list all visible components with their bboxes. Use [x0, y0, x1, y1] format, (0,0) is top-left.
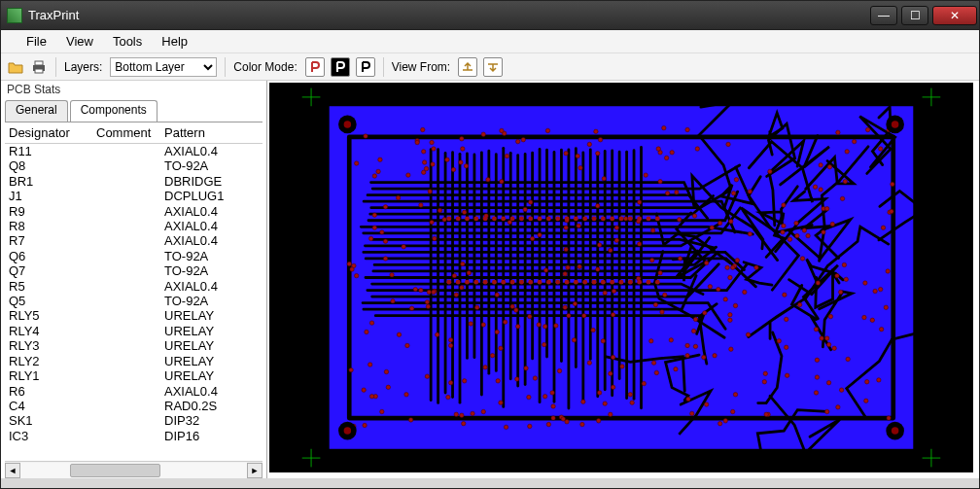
- svg-point-46: [762, 380, 766, 384]
- close-button[interactable]: ✕: [932, 6, 977, 25]
- table-body[interactable]: R11AXIAL0.4Q8TO-92ABR1DBRIDGEJ1DCPLUG1R9…: [5, 144, 262, 461]
- svg-point-132: [432, 147, 436, 151]
- col-comment[interactable]: Comment: [96, 125, 164, 140]
- svg-point-200: [546, 422, 550, 426]
- svg-point-134: [551, 416, 555, 420]
- svg-point-361: [574, 216, 578, 221]
- svg-point-221: [852, 139, 856, 143]
- svg-point-266: [690, 411, 694, 415]
- svg-point-331: [824, 206, 828, 210]
- svg-point-66: [726, 142, 730, 146]
- table-row[interactable]: R5AXIAL0.4: [5, 279, 262, 294]
- col-designator[interactable]: Designator: [9, 125, 96, 140]
- svg-point-216: [426, 304, 430, 308]
- svg-point-72: [735, 259, 739, 262]
- minimize-button[interactable]: —: [870, 6, 897, 25]
- svg-point-329: [728, 275, 732, 279]
- viewfrom-label: View From:: [392, 60, 450, 74]
- menu-tools[interactable]: Tools: [103, 32, 152, 51]
- svg-point-296: [406, 173, 410, 177]
- table-row[interactable]: R6AXIAL0.4: [5, 384, 262, 399]
- svg-point-135: [783, 293, 787, 297]
- svg-point-147: [380, 409, 384, 413]
- svg-point-75: [528, 314, 532, 318]
- menu-help[interactable]: Help: [152, 32, 197, 51]
- table-row[interactable]: RLY3URELAY: [5, 338, 262, 353]
- pcb-canvas[interactable]: [269, 83, 973, 472]
- svg-point-339: [473, 216, 478, 221]
- table-row[interactable]: C4RAD0.2S: [5, 399, 262, 413]
- layers-select[interactable]: Bottom Layer: [110, 57, 217, 77]
- table-row[interactable]: IC3DIP16: [5, 429, 262, 443]
- svg-point-180: [347, 262, 351, 265]
- svg-point-328: [408, 418, 412, 422]
- colormode-color-icon[interactable]: [305, 57, 325, 77]
- table-row[interactable]: R7AXIAL0.4: [5, 233, 262, 248]
- svg-point-206: [368, 236, 372, 240]
- scroll-track[interactable]: [20, 463, 247, 478]
- menu-file[interactable]: File: [17, 32, 56, 51]
- svg-point-105: [677, 218, 681, 222]
- viewfrom-top-icon[interactable]: [458, 57, 477, 77]
- svg-point-251: [397, 332, 401, 336]
- svg-point-160: [881, 226, 885, 229]
- svg-point-184: [564, 247, 568, 251]
- viewfrom-bottom-icon[interactable]: [483, 57, 503, 77]
- table-row[interactable]: RLY5URELAY: [5, 308, 262, 323]
- tab-general[interactable]: General: [5, 100, 68, 122]
- svg-point-123: [580, 422, 584, 426]
- svg-point-81: [691, 329, 695, 332]
- col-pattern[interactable]: Pattern: [164, 125, 259, 140]
- table-row[interactable]: Q5TO-92A: [5, 294, 262, 308]
- svg-point-354: [538, 280, 542, 285]
- svg-point-114: [433, 236, 437, 240]
- toolbar-separator: [225, 57, 226, 77]
- svg-point-156: [542, 342, 545, 346]
- table-row[interactable]: BR1DBRIDGE: [5, 174, 262, 189]
- table-row[interactable]: RLY2URELAY: [5, 354, 262, 368]
- svg-point-56: [890, 209, 893, 213]
- svg-point-62: [384, 369, 388, 373]
- titlebar[interactable]: TraxPrint — ☐ ✕: [1, 1, 979, 30]
- svg-point-388: [892, 427, 898, 434]
- svg-point-303: [421, 127, 425, 131]
- table-row[interactable]: R9AXIAL0.4: [5, 204, 262, 219]
- scroll-right-arrow[interactable]: ►: [247, 463, 262, 478]
- table-row[interactable]: Q8TO-92A: [5, 158, 262, 173]
- open-icon[interactable]: [7, 58, 24, 76]
- svg-point-304: [844, 277, 848, 281]
- svg-point-276: [390, 272, 394, 276]
- menu-view[interactable]: View: [56, 32, 103, 51]
- svg-point-261: [743, 290, 747, 294]
- table-row[interactable]: SK1DIP32: [5, 413, 262, 428]
- svg-point-33: [419, 288, 423, 292]
- svg-point-95: [611, 385, 614, 389]
- horizontal-scrollbar[interactable]: ◄ ►: [5, 461, 262, 478]
- scroll-thumb[interactable]: [70, 464, 160, 477]
- table-row[interactable]: Q7TO-92A: [5, 263, 262, 278]
- svg-point-190: [665, 192, 669, 195]
- svg-point-382: [344, 121, 351, 127]
- scroll-left-arrow[interactable]: ◄: [5, 463, 20, 478]
- table-row[interactable]: R11AXIAL0.4: [5, 144, 262, 158]
- svg-point-137: [438, 208, 441, 212]
- svg-point-246: [460, 413, 464, 417]
- table-row[interactable]: RLY4URELAY: [5, 324, 262, 338]
- svg-point-316: [797, 302, 801, 306]
- table-row[interactable]: Q6TO-92A: [5, 249, 262, 263]
- table-row[interactable]: RLY1URELAY: [5, 368, 262, 383]
- colormode-mono-icon[interactable]: [356, 57, 375, 77]
- svg-point-176: [448, 338, 452, 342]
- tab-components[interactable]: Components: [70, 100, 158, 122]
- colormode-inverse-icon[interactable]: [331, 57, 350, 77]
- svg-point-270: [421, 150, 425, 154]
- table-row[interactable]: R8AXIAL0.4: [5, 219, 262, 233]
- table-row[interactable]: J1DCPLUG1: [5, 189, 262, 203]
- svg-point-82: [814, 391, 818, 395]
- svg-point-373: [628, 216, 633, 221]
- svg-point-100: [354, 273, 358, 277]
- maximize-button[interactable]: ☐: [901, 6, 928, 25]
- svg-point-210: [708, 285, 712, 289]
- svg-point-77: [587, 142, 591, 146]
- print-icon[interactable]: [30, 58, 48, 76]
